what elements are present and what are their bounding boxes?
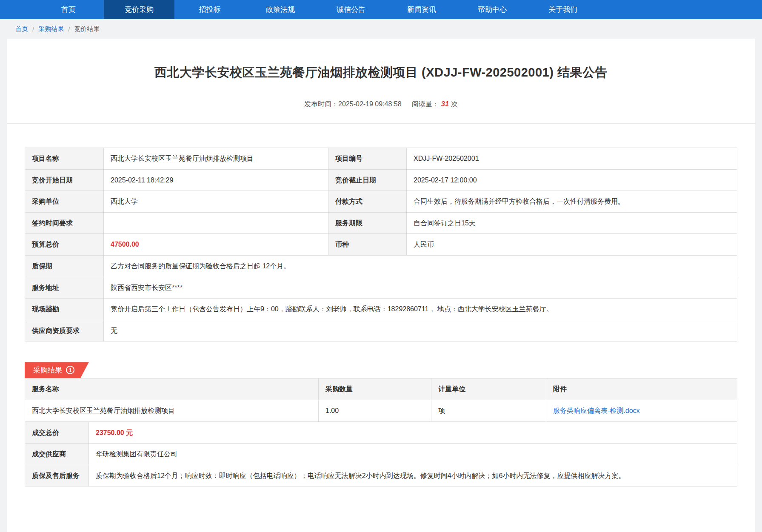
nav-item-news[interactable]: 新闻资讯: [386, 0, 457, 19]
breadcrumb-home-link[interactable]: 首页: [15, 25, 28, 33]
nav-item-bidding-purchase[interactable]: 竞价采购: [104, 0, 174, 19]
project-code-label: 项目编号: [328, 148, 407, 170]
budget-total-value: 47500.00: [104, 234, 328, 256]
view-count-unit: 次: [451, 100, 458, 108]
attachment-header: 附件: [546, 378, 737, 400]
purchase-qty-header: 采购数量: [319, 378, 431, 400]
publish-time-value: 2025-02-19 09:48:58: [338, 100, 402, 108]
supplier-qualification-label: 供应商资质要求: [25, 320, 104, 341]
purchase-result-tag-badge: 1: [66, 366, 74, 374]
breadcrumb-current: 竞价结果: [74, 25, 100, 33]
signing-time-value: [104, 212, 328, 234]
service-period-label: 服务期限: [328, 212, 407, 234]
purchase-qty-value: 1.00: [319, 400, 431, 421]
nav-item-integrity-notice[interactable]: 诚信公告: [316, 0, 386, 19]
service-address-label: 服务地址: [25, 277, 104, 299]
deal-summary-table: 成交总价 23750.00 元 成交供应商 华研检测集团有限责任公司 质保及售后…: [25, 422, 737, 487]
budget-total-amount: 47500.00: [111, 241, 139, 248]
breadcrumb-separator: /: [32, 26, 34, 33]
breadcrumb: 首页 / 采购结果 / 竞价结果: [0, 19, 762, 39]
deal-total-amount: 23750.00 元: [96, 429, 133, 436]
info-row: 预算总价 47500.00 币种 人民币: [25, 234, 737, 256]
nav-item-about-us[interactable]: 关于我们: [528, 0, 598, 19]
bid-start-value: 2025-02-11 18:42:29: [104, 169, 328, 191]
purchase-result-tag-label: 采购结果: [33, 365, 62, 375]
nav-item-tender[interactable]: 招投标: [174, 0, 245, 19]
result-table-row: 西北大学长安校区玉兰苑餐厅油烟排放检测项目 1.00 项 服务类响应偏离表-检测…: [25, 400, 737, 421]
view-count-label: 阅读量：: [412, 100, 439, 108]
signing-time-label: 签约时间要求: [25, 212, 104, 234]
purchase-result-tag: 采购结果 1: [25, 362, 89, 378]
section-divider: [7, 123, 755, 124]
bid-end-label: 竞价截止日期: [328, 169, 407, 191]
site-survey-label: 现场踏勘: [25, 299, 104, 320]
breadcrumb-separator: /: [68, 26, 70, 33]
currency-value: 人民币: [407, 234, 737, 256]
payment-method-value: 合同生效后，待服务期满并经甲方验收合格后，一次性付清服务费用。: [407, 191, 737, 213]
summary-row: 成交供应商 华研检测集团有限责任公司: [25, 444, 737, 465]
purchaser-label: 采购单位: [25, 191, 104, 213]
summary-row: 成交总价 23750.00 元: [25, 422, 737, 444]
info-row: 采购单位 西北大学 付款方式 合同生效后，待服务期满并经甲方验收合格后，一次性付…: [25, 191, 737, 213]
service-period-value: 自合同签订之日15天: [407, 212, 737, 234]
publish-meta: 发布时间：2025-02-19 09:48:58 阅读量：31次: [7, 100, 755, 109]
summary-row: 质保及售后服务 质保期为验收合格后12个月；响应时效：即时响应（包括电话响应）；…: [25, 465, 737, 486]
bid-end-value: 2025-02-17 12:00:00: [407, 169, 737, 191]
purchaser-value: 西北大学: [104, 191, 328, 213]
payment-method-label: 付款方式: [328, 191, 407, 213]
page-title: 西北大学长安校区玉兰苑餐厅油烟排放检测项目 (XDJJ-FW-202502001…: [7, 39, 755, 81]
info-row: 现场踏勘 竞价开启后第三个工作日（包含公告发布日）上午9：00，踏勘联系人：刘老…: [25, 299, 737, 320]
currency-label: 币种: [328, 234, 407, 256]
info-row: 签约时间要求 服务期限 自合同签订之日15天: [25, 212, 737, 234]
service-name-header: 服务名称: [25, 378, 319, 400]
info-row: 项目名称 西北大学长安校区玉兰苑餐厅油烟排放检测项目 项目编号 XDJJ-FW-…: [25, 148, 737, 170]
project-code-value: XDJJ-FW-202502001: [407, 148, 737, 170]
warranty-service-label: 质保及售后服务: [25, 465, 89, 486]
view-count: 阅读量：31次: [412, 100, 458, 108]
info-row: 质保期 乙方对合同服务的质量保证期为验收合格后之日起 12个月。: [25, 255, 737, 277]
deal-total-cell: 23750.00 元: [89, 422, 737, 444]
warranty-label: 质保期: [25, 255, 104, 277]
attachment-download-link[interactable]: 服务类响应偏离表-检测.docx: [553, 407, 640, 414]
project-name-value: 西北大学长安校区玉兰苑餐厅油烟排放检测项目: [104, 148, 328, 170]
announcement-card: 西北大学长安校区玉兰苑餐厅油烟排放检测项目 (XDJJ-FW-202502001…: [7, 39, 755, 532]
breadcrumb-purchase-results-link[interactable]: 采购结果: [38, 25, 64, 33]
service-name-value: 西北大学长安校区玉兰苑餐厅油烟排放检测项目: [25, 400, 319, 421]
info-row: 供应商资质要求 无: [25, 320, 737, 341]
budget-total-label: 预算总价: [25, 234, 104, 256]
bid-start-label: 竞价开始日期: [25, 169, 104, 191]
top-navigation: 首页 竞价采购 招投标 政策法规 诚信公告 新闻资讯 帮助中心 关于我们: [0, 0, 762, 19]
winning-supplier-label: 成交供应商: [25, 444, 89, 465]
info-row: 服务地址 陕西省西安市长安区****: [25, 277, 737, 299]
result-table-header-row: 服务名称 采购数量 计量单位 附件: [25, 378, 737, 400]
nav-item-help-center[interactable]: 帮助中心: [457, 0, 528, 19]
site-survey-value: 竞价开启后第三个工作日（包含公告发布日）上午9：00，踏勘联系人：刘老师，联系电…: [104, 299, 737, 320]
warranty-value: 乙方对合同服务的质量保证期为验收合格后之日起 12个月。: [104, 255, 737, 277]
view-count-value: 31: [441, 100, 449, 108]
info-row: 竞价开始日期 2025-02-11 18:42:29 竞价截止日期 2025-0…: [25, 169, 737, 191]
project-name-label: 项目名称: [25, 148, 104, 170]
unit-value: 项: [431, 400, 546, 421]
project-info-table: 项目名称 西北大学长安校区玉兰苑餐厅油烟排放检测项目 项目编号 XDJJ-FW-…: [25, 148, 737, 341]
attachment-cell: 服务类响应偏离表-检测.docx: [546, 400, 737, 421]
deal-total-label: 成交总价: [25, 422, 89, 444]
supplier-qualification-value: 无: [104, 320, 737, 341]
publish-time: 发布时间：2025-02-19 09:48:58: [304, 100, 403, 108]
publish-time-label: 发布时间：: [304, 100, 338, 108]
warranty-service-value: 质保期为验收合格后12个月；响应时效：即时响应（包括电话响应）；电话响应无法解决…: [89, 465, 737, 486]
unit-header: 计量单位: [431, 378, 546, 400]
service-address-value: 陕西省西安市长安区****: [104, 277, 737, 299]
winning-supplier-value: 华研检测集团有限责任公司: [89, 444, 737, 465]
nav-item-policy[interactable]: 政策法规: [245, 0, 316, 19]
nav-item-home[interactable]: 首页: [33, 0, 104, 19]
purchase-result-table: 服务名称 采购数量 计量单位 附件 西北大学长安校区玉兰苑餐厅油烟排放检测项目 …: [25, 378, 737, 421]
